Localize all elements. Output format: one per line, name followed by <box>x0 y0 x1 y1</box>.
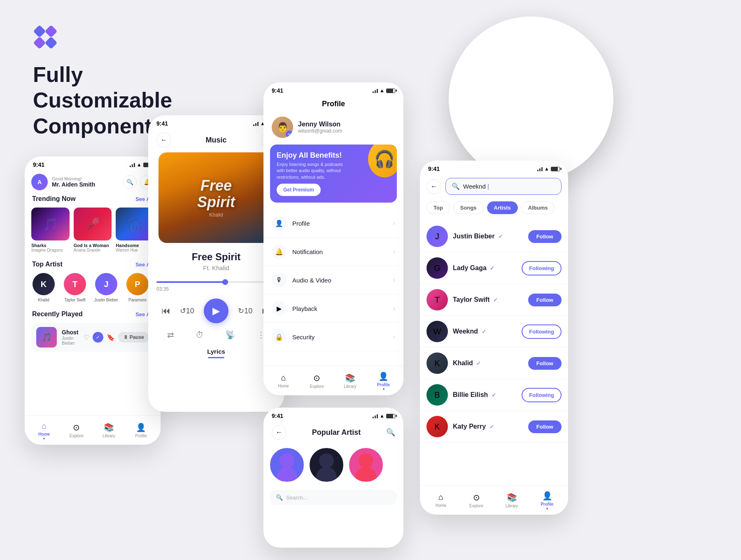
artist-name-katy: Katy Perry ✓ <box>453 423 494 430</box>
svg-rect-3 <box>44 36 57 49</box>
edit-badge[interactable]: ✏ <box>286 131 293 138</box>
cast-button[interactable]: 📡 <box>225 330 235 340</box>
music-page-title: Music <box>205 136 226 145</box>
search-button[interactable]: 🔍 <box>123 175 137 189</box>
following-button-billie[interactable]: Following <box>522 388 562 402</box>
nav-explore-profile[interactable]: ⊙ Explore <box>300 370 333 392</box>
progress-bar[interactable] <box>156 281 276 283</box>
status-bar-search: 9:41 ▲ <box>420 161 568 175</box>
heart-button[interactable]: ♡ <box>84 334 89 341</box>
popular-artist-1[interactable] <box>270 448 304 482</box>
skip-back-button[interactable]: ⏮ <box>161 306 170 316</box>
wifi-icon-popular: ▲ <box>380 413 384 419</box>
popular-title: Popular Artist <box>312 428 361 437</box>
user-greeting-block: Good Morning! Mr. Aiden Smith <box>52 176 95 188</box>
bottom-nav-profile: ⌂ Home ⊙ Explore 📚 Library 👤 Profile <box>263 366 403 395</box>
menu-item-security[interactable]: 🔒 Security › <box>263 323 403 351</box>
nav-profile-label-profile: Profile <box>377 383 390 387</box>
artist-row-billie[interactable]: B Billie Eilish ✓ Following <box>420 379 568 411</box>
nav-home[interactable]: ⌂ Home <box>28 418 61 443</box>
nav-home-label-profile: Home <box>278 384 289 388</box>
nav-profile-profile[interactable]: 👤 Profile <box>367 368 400 393</box>
artist-row-gaga[interactable]: G Lady Gaga ✓ Following <box>420 252 568 284</box>
premium-banner[interactable]: Enjoy All Benefits! Enjoy listening song… <box>270 145 397 203</box>
artist-row-khalid[interactable]: K Khalid ✓ Follow <box>420 348 568 379</box>
menu-item-profile[interactable]: 👤 Profile › <box>263 209 403 238</box>
svg-rect-0 <box>33 25 46 37</box>
popular-artist-img-1 <box>270 448 303 481</box>
bookmark-button[interactable]: 🔖 <box>107 334 115 341</box>
follow-button-taylor[interactable]: Follow <box>528 294 562 306</box>
get-premium-button[interactable]: Get Premium <box>277 184 321 196</box>
profile-avatar: 👨 ✏ <box>272 117 293 138</box>
security-menu-label: Security <box>292 334 315 341</box>
artist-khalid[interactable]: K Khalid <box>31 273 56 302</box>
check-button[interactable]: ✓ <box>93 332 103 343</box>
popular-back-button[interactable]: ← <box>272 425 287 440</box>
nav-home-profile[interactable]: ⌂ Home <box>267 370 300 392</box>
pause-button[interactable]: ⏸ Pause <box>118 332 149 343</box>
artist-taylor[interactable]: T Taylor Swift <box>63 273 87 302</box>
avatar-khalid-search: K <box>426 352 448 374</box>
recently-played-item[interactable]: 🎵 Ghost Justin Bieber ♡ ✓ 🔖 ⏸ Pause <box>31 323 154 352</box>
follow-button-khalid[interactable]: Follow <box>528 357 562 370</box>
artist-paramore[interactable]: P Paramore <box>125 273 150 302</box>
filter-tab-artists[interactable]: Artists <box>487 201 518 214</box>
filter-tab-songs[interactable]: Songs <box>453 201 484 214</box>
artist-row-justin[interactable]: J Justin Bieber ✓ Follow <box>420 221 568 252</box>
rp-controls: ♡ ✓ 🔖 ⏸ Pause <box>84 332 149 343</box>
popular-search-input-container[interactable]: 🔍 Search... <box>270 490 397 505</box>
search-input-container[interactable]: 🔍 Weeknd | <box>445 178 562 195</box>
nav-home-search[interactable]: ⌂ Home <box>423 489 459 511</box>
play-button[interactable]: ▶ <box>204 299 228 323</box>
forward-button[interactable]: ↻10 <box>238 306 252 315</box>
avatar-billie: B <box>426 384 448 406</box>
following-button-gaga[interactable]: Following <box>522 261 562 275</box>
status-icons-profile: ▲ <box>373 88 395 93</box>
filter-tab-top[interactable]: Top <box>426 201 450 214</box>
following-button-weeknd[interactable]: Following <box>522 324 562 339</box>
artist-name-justin: Justin Bieber ✓ <box>453 233 503 240</box>
nav-profile[interactable]: 👤 Profile <box>125 419 158 441</box>
progress-fill <box>156 281 228 283</box>
trending-card-2[interactable]: 🎤 God Is a Woman Ariana Grande <box>74 208 112 252</box>
menu-item-audio[interactable]: 🎙 Audio & Video › <box>263 266 403 294</box>
status-bar-popular: 9:41 ▲ <box>263 408 403 422</box>
menu-item-notification[interactable]: 🔔 Notification › <box>263 238 403 266</box>
shuffle-button[interactable]: ⇄ <box>167 330 174 340</box>
popular-artist-3[interactable] <box>349 448 383 482</box>
menu-left-notification: 🔔 Notification <box>272 244 323 259</box>
popular-search-button[interactable]: 🔍 <box>386 428 395 437</box>
nav-library-label-search: Library <box>506 504 518 508</box>
nav-library[interactable]: 📚 Library <box>93 419 125 441</box>
playback-menu-label: Playback <box>292 305 317 312</box>
search-back-button[interactable]: ← <box>426 179 441 194</box>
nav-explore-search[interactable]: ⊙ Explore <box>459 489 494 511</box>
follow-button-katy[interactable]: Follow <box>528 420 562 433</box>
rewind-button[interactable]: ↺10 <box>180 306 194 315</box>
music-back-button[interactable]: ← <box>156 133 171 147</box>
artist-row-taylor[interactable]: T Taylor Swift ✓ Follow <box>420 284 568 316</box>
artist-justin[interactable]: J Justin Bieber <box>94 273 119 302</box>
premium-image: 🎧 <box>368 145 397 177</box>
popular-artist-2[interactable] <box>310 448 343 482</box>
trending-card-1[interactable]: 🎵 Sharks Imagine Dragons <box>31 208 70 252</box>
filter-tab-albums[interactable]: Albums <box>521 201 555 214</box>
trending-title: Trending Now <box>32 195 76 203</box>
nav-library-search[interactable]: 📚 Library <box>494 489 529 511</box>
nav-library-profile[interactable]: 📚 Library <box>333 370 367 392</box>
status-bar-profile: 9:41 ▲ <box>263 82 403 96</box>
menu-left-playback: ▶ Playback <box>272 301 317 316</box>
timer-button[interactable]: ⏱ <box>196 330 204 340</box>
menu-item-playback[interactable]: ▶ Playback › <box>263 294 403 323</box>
artist-row-weeknd[interactable]: W Weeknd ✓ Following <box>420 316 568 348</box>
nav-explore[interactable]: ⊙ Explore <box>61 419 93 441</box>
follow-button-justin[interactable]: Follow <box>528 230 562 243</box>
nav-profile-search[interactable]: 👤 Profile <box>529 488 565 513</box>
home-icon: ⌂ <box>42 421 47 431</box>
playback-menu-icon: ▶ <box>272 301 287 316</box>
search-icon-popular: 🔍 <box>276 494 283 501</box>
security-menu-icon: 🔒 <box>272 329 287 344</box>
artist-row-katy[interactable]: K Katy Perry ✓ Follow <box>420 411 568 443</box>
chevron-right-icon: › <box>393 219 395 227</box>
